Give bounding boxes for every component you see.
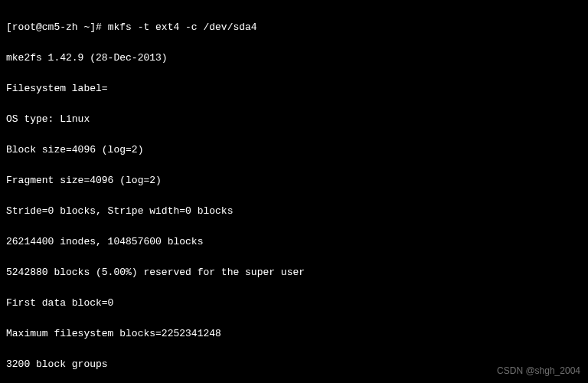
output-block-groups: 3200 block groups xyxy=(6,357,582,372)
output-reserved: 5242880 blocks (5.00%) reserved for the … xyxy=(6,265,582,280)
shell-prompt: [root@cm5-zh ~]# xyxy=(6,21,102,33)
output-block-size: Block size=4096 (log=2) xyxy=(6,142,582,158)
output-version: mke2fs 1.42.9 (28-Dec-2013) xyxy=(6,51,582,66)
output-stride: Stride=0 blocks, Stripe width=0 blocks xyxy=(6,204,582,219)
terminal-window[interactable]: [root@cm5-zh ~]# mkfs -t ext4 -c /dev/sd… xyxy=(0,0,588,383)
typed-command: mkfs -t ext4 -c /dev/sda4 xyxy=(108,21,257,33)
output-max-fs-blocks: Maximum filesystem blocks=2252341248 xyxy=(6,326,582,342)
watermark-text: CSDN @shgh_2004 xyxy=(497,363,580,378)
output-first-data-block: First data block=0 xyxy=(6,296,582,311)
output-os-type: OS type: Linux xyxy=(6,112,582,127)
output-fragment-size: Fragment size=4096 (log=2) xyxy=(6,173,582,188)
command-line: [root@cm5-zh ~]# mkfs -t ext4 -c /dev/sd… xyxy=(6,20,582,35)
output-inodes-blocks: 26214400 inodes, 104857600 blocks xyxy=(6,234,582,250)
output-fs-label: Filesystem label= xyxy=(6,81,582,97)
